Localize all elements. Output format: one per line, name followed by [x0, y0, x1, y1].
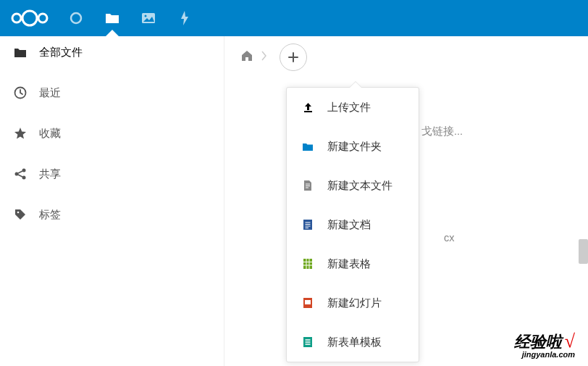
doc-icon	[301, 219, 314, 230]
svg-rect-13	[303, 259, 312, 269]
sidebar-item-recent[interactable]: 最近	[0, 77, 224, 109]
nav-files[interactable]	[94, 0, 130, 36]
sidebar: 全部文件 最近 收藏 共享 标签	[0, 36, 224, 366]
upload-icon	[301, 101, 314, 113]
logo[interactable]	[7, 7, 52, 30]
sidebar-item-share[interactable]: 共享	[0, 158, 224, 190]
chevron-right-icon	[261, 49, 268, 66]
sidebar-item-label: 最近	[39, 86, 61, 100]
tag-icon	[13, 208, 28, 221]
textfile-icon	[301, 180, 314, 191]
watermark-sub: jingyanla.com	[514, 350, 575, 359]
sidebar-item-label: 收藏	[39, 127, 61, 141]
sheet-icon	[301, 258, 314, 270]
svg-point-3	[71, 13, 81, 23]
dropdown-upload[interactable]: 上传文件	[287, 88, 419, 127]
dropdown-newdoc[interactable]: 新建文档	[287, 205, 419, 244]
add-dropdown: 上传文件 新建文件夹 新建文本文件 新建文档 新建表格 新建幻灯片 新表单模	[286, 87, 419, 362]
nav-activity[interactable]	[167, 0, 203, 36]
watermark: 经验啦 √ jingyanla.com	[514, 330, 575, 359]
nav-gallery[interactable]	[130, 0, 167, 36]
dropdown-item-label: 新建文档	[327, 218, 371, 232]
svg-point-5	[145, 15, 147, 17]
dropdown-item-label: 新建幻灯片	[327, 296, 382, 310]
folder-solid-icon	[301, 142, 314, 151]
dropdown-newsheet[interactable]: 新建表格	[287, 244, 419, 283]
dropdown-item-label: 上传文件	[327, 101, 371, 115]
scrollbar[interactable]	[579, 239, 588, 264]
folder-icon	[13, 47, 28, 58]
svg-rect-11	[304, 111, 312, 112]
sidebar-item-favorites[interactable]: 收藏	[0, 117, 224, 149]
sidebar-item-allfiles[interactable]: 全部文件	[0, 36, 224, 68]
share-icon	[13, 167, 28, 180]
svg-point-10	[17, 212, 20, 214]
sidebar-item-label: 全部文件	[39, 46, 83, 59]
background-text: cx	[444, 232, 455, 244]
background-text: 戈链接...	[421, 125, 463, 138]
breadcrumb	[224, 36, 588, 78]
clock-icon	[13, 86, 28, 99]
dropdown-item-label: 新建文本文件	[327, 179, 392, 193]
dropdown-item-label: 新表单模板	[327, 336, 382, 349]
sidebar-item-label: 共享	[39, 167, 61, 181]
watermark-text: 经验啦	[514, 333, 562, 351]
dropdown-item-label: 新建文件夹	[327, 140, 382, 154]
star-icon	[13, 127, 28, 140]
dropdown-item-label: 新建表格	[327, 257, 371, 271]
svg-point-0	[12, 14, 21, 22]
form-icon	[301, 336, 314, 348]
sidebar-item-tags[interactable]: 标签	[0, 199, 224, 230]
dropdown-newform[interactable]: 新表单模板	[287, 323, 419, 362]
svg-point-1	[22, 11, 37, 25]
svg-point-2	[38, 14, 47, 22]
dropdown-newtext[interactable]: 新建文本文件	[287, 166, 419, 205]
svg-rect-15	[305, 300, 311, 304]
header	[0, 0, 588, 36]
home-icon[interactable]	[240, 49, 253, 65]
dropdown-newfolder[interactable]: 新建文件夹	[287, 127, 419, 166]
nav-circle[interactable]	[58, 0, 94, 36]
check-icon: √	[565, 330, 575, 352]
dropdown-newslide[interactable]: 新建幻灯片	[287, 283, 419, 323]
sidebar-item-label: 标签	[39, 208, 61, 222]
add-button[interactable]	[280, 43, 307, 71]
nav-icons	[58, 0, 203, 36]
slide-icon	[301, 297, 314, 309]
